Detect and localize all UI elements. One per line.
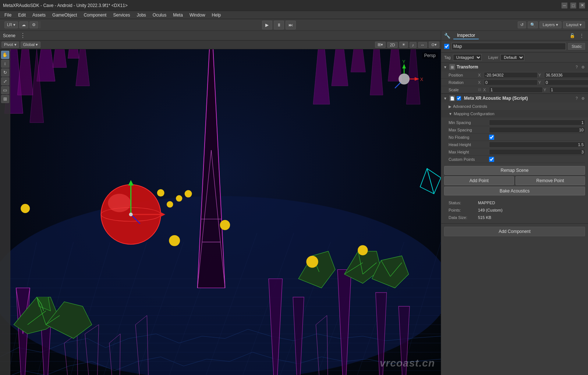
cave-scene: X Y Persp vrcoast.cn [0,49,441,375]
tab-inspector[interactable]: Inspector [453,32,479,39]
rotation-x[interactable] [484,79,538,85]
scene-2d-button[interactable]: 2D [387,42,397,48]
pause-button[interactable]: ⏸ [274,21,284,29]
rotation-y[interactable] [544,79,588,85]
svg-text:X: X [420,77,424,82]
object-enabled-checkbox[interactable] [444,44,449,49]
close-button[interactable]: ✕ [579,3,585,8]
remove-point-button[interactable]: Remove Point [516,176,585,185]
svg-point-78 [306,256,318,268]
tag-layer-row: Tag Untagged Layer Default [441,53,588,63]
svg-point-80 [157,189,164,197]
search-button[interactable]: 🔍 [528,21,538,28]
settings-button[interactable]: ⚙ [29,21,38,28]
add-point-button[interactable]: Add Point [444,176,514,185]
svg-point-77 [220,220,230,230]
object-name-input[interactable] [451,43,566,50]
position-row: Position X Y Z [441,71,588,79]
pivot-button[interactable]: Pivot ▾ [1,42,19,48]
menu-window[interactable]: Window [187,12,208,18]
scene-gizmos-button[interactable]: ⊞▾ [375,42,386,48]
acoustic-settings[interactable]: ⚙ [580,96,586,101]
acoustic-arrow: ▼ [443,96,448,100]
scene-fx-button[interactable]: ↔ [418,42,427,48]
mapping-config-header[interactable]: ▼ Mapping Configuration [441,110,588,117]
acoustic-help[interactable]: ? [574,96,579,101]
rotate-tool[interactable]: ↻ [1,68,9,77]
rect-tool[interactable]: ▭ [1,86,9,94]
menu-assets[interactable]: Assets [29,12,49,18]
svg-marker-30 [68,49,79,58]
minimize-button[interactable]: ─ [562,3,567,8]
menu-help[interactable]: Help [209,12,224,18]
hand-tool[interactable]: ✋ [1,51,9,59]
maximize-button[interactable]: □ [570,3,576,8]
scene-viewport[interactable]: X Y Persp vrcoast.cn [0,49,441,375]
scale-x[interactable] [489,87,543,93]
tag-select[interactable]: Untagged [453,54,482,61]
menu-component[interactable]: Component [81,12,109,18]
global-button[interactable]: Global ▾ [21,42,41,48]
menu-gameobject[interactable]: GameObject [49,12,80,18]
account-group: LR ▾ ☁ ⚙ [3,21,40,28]
position-x[interactable] [484,72,538,78]
menu-oculus[interactable]: Oculus [150,12,169,18]
layers-dropdown[interactable]: Layers ▾ [539,21,562,28]
advanced-controls-header[interactable]: ▶ Advanced Controls [441,103,588,110]
menu-services[interactable]: Services [110,12,133,18]
transform-settings[interactable]: ⚙ [580,65,586,70]
transform-help[interactable]: ? [574,65,579,70]
adv-label: Advanced Controls [453,104,487,109]
scene-view-button[interactable]: ⊙▾ [429,42,439,48]
transform-name: Transform [457,64,573,70]
layout-dropdown[interactable]: Layout ▾ [563,21,585,28]
static-button[interactable]: Static [568,43,585,50]
inspector-lock-button[interactable]: 🔓 [569,32,575,39]
scene-title: Scene [3,33,15,38]
account-button[interactable]: LR ▾ [4,21,18,28]
menu-meta[interactable]: Meta [170,12,186,18]
add-component-button[interactable]: Add Component [444,227,585,236]
scale-xyz: ⊟ X Y Z [478,87,588,93]
transform-header[interactable]: ▼ ⊞ Transform ? ⚙ [441,63,588,71]
inspector-more-button[interactable]: ⋮ [578,32,585,39]
inspector-content: Static Tag Untagged Layer Default ▼ ⊞ Tr… [441,40,588,375]
no-floating-label: No Floating [449,135,489,139]
pos-y-label: Y [538,73,543,77]
history-button[interactable]: ↺ [518,21,526,28]
no-floating-row: No Floating [449,134,585,141]
head-height-row: Head Height [449,141,585,148]
step-button[interactable]: ⏭ [286,21,296,29]
scene-audio-button[interactable]: ♪ [410,42,417,48]
scale-label: Scale [449,88,478,92]
menu-file[interactable]: File [1,12,14,18]
scale-tool[interactable]: ⤢ [1,77,9,85]
scene-menu-button[interactable]: ⋮ [18,32,27,39]
scale-y[interactable] [549,87,588,93]
transform-tool[interactable]: ⊞ [1,95,9,103]
menu-edit[interactable]: Edit [15,12,29,18]
max-height-input[interactable] [489,149,585,155]
menu-jobs[interactable]: Jobs [134,12,149,18]
layer-select[interactable]: Default [500,54,524,61]
play-button[interactable]: ▶ [262,21,272,29]
move-tool[interactable]: ↕ [1,60,9,68]
custom-points-checkbox[interactable] [489,157,494,162]
scene-light-button[interactable]: ☀ [399,42,408,48]
head-height-input[interactable] [489,142,585,148]
position-label: Position [449,73,478,77]
max-spacing-input[interactable] [489,127,585,133]
no-floating-checkbox[interactable] [489,135,494,140]
main-toolbar: LR ▾ ☁ ⚙ ▶ ⏸ ⏭ ↺ 🔍 Layers ▾ Layout ▾ [0,19,588,31]
bake-acoustics-button[interactable]: Bake Acoustics [444,187,585,195]
position-y[interactable] [544,72,588,78]
toolbar-right: ↺ 🔍 Layers ▾ Layout ▾ [518,21,585,28]
max-height-label: Max Height [449,150,489,154]
cloud-button[interactable]: ☁ [19,21,28,28]
acoustic-map-header[interactable]: ▼ 📄 Meta XR Acoustic Map (Script) ? ⚙ [441,94,588,103]
min-spacing-input[interactable] [489,120,585,125]
acoustic-enabled-checkbox[interactable] [457,96,461,100]
data-size-value: 515 KB [478,215,491,220]
remap-scene-button[interactable]: Remap Scene [444,166,585,175]
scale-row: Scale ⊟ X Y Z [441,86,588,93]
